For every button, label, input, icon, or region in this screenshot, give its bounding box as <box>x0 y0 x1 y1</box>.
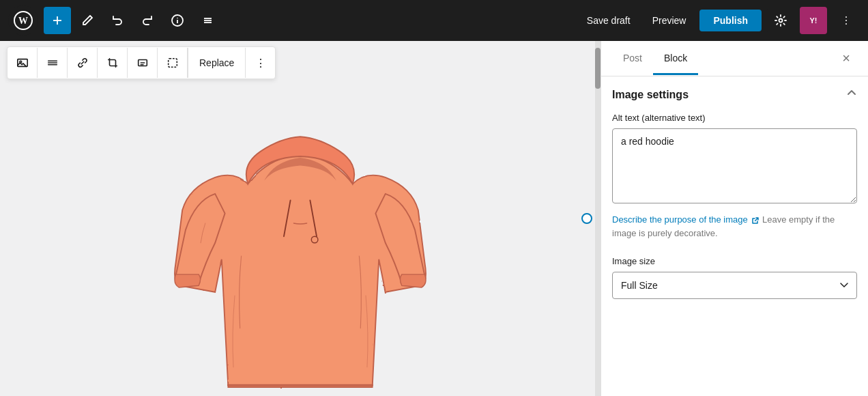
alt-text-input[interactable]: a red hoodie <box>612 128 857 203</box>
image-canvas <box>0 92 601 396</box>
plus-icon <box>50 14 64 27</box>
svg-text:W: W <box>18 16 28 26</box>
image-size-select[interactable]: Thumbnail Medium Large Full Size <box>612 272 857 299</box>
more-image-options-button[interactable]: ⋮ <box>245 48 275 78</box>
select-icon <box>167 57 179 69</box>
link-button[interactable] <box>68 48 98 78</box>
svg-point-11 <box>845 16 847 18</box>
redo-icon <box>141 14 154 27</box>
sidebar: Post Block × Image settings Alt text (al… <box>601 41 868 396</box>
align-button[interactable] <box>38 48 68 78</box>
svg-point-13 <box>845 23 847 25</box>
crop-button[interactable] <box>98 48 128 78</box>
hoodie-image <box>157 92 444 396</box>
info-button[interactable] <box>164 7 191 34</box>
sidebar-content: Image settings Alt text (alternative tex… <box>601 76 868 396</box>
chevron-up-icon <box>846 87 857 98</box>
image-size-section: Image size Thumbnail Medium Large Full S… <box>612 256 857 299</box>
crop-icon <box>106 57 119 69</box>
image-size-label: Image size <box>612 256 857 266</box>
replace-button[interactable]: Replace <box>188 48 245 78</box>
svg-point-12 <box>845 20 847 21</box>
align-icon <box>46 57 59 69</box>
scrollbar-thumb[interactable] <box>595 48 601 89</box>
wp-logo-icon: W <box>14 11 33 30</box>
sidebar-tabs: Post Block × <box>601 41 868 76</box>
list-icon <box>201 14 214 27</box>
redo-button[interactable] <box>134 7 161 34</box>
editor-scrollbar[interactable] <box>595 41 601 396</box>
image-settings-title: Image settings <box>612 89 689 101</box>
text-icon <box>136 57 149 69</box>
info-icon <box>171 14 184 27</box>
preview-button[interactable]: Preview <box>644 11 695 30</box>
alt-text-help-link[interactable]: Describe the purpose of the image <box>612 214 748 225</box>
alt-text-help: Describe the purpose of the image Leave … <box>612 213 857 240</box>
settings-button[interactable] <box>767 7 794 34</box>
text-overlay-button[interactable] <box>128 48 158 78</box>
tab-post[interactable]: Post <box>612 43 653 75</box>
gear-icon <box>774 14 787 27</box>
pencil-icon <box>81 14 94 27</box>
image-settings-section-header: Image settings <box>612 87 857 102</box>
image-icon-button[interactable] <box>8 48 38 78</box>
select-button[interactable] <box>158 48 188 78</box>
main-area: Replace ⋮ <box>0 41 868 396</box>
link-icon <box>76 57 89 69</box>
image-resize-handle[interactable] <box>581 213 592 224</box>
list-view-button[interactable] <box>194 7 221 34</box>
yoast-plugin-badge[interactable]: Y! <box>800 7 827 34</box>
edit-button[interactable] <box>74 7 101 34</box>
svg-point-6 <box>177 18 178 19</box>
svg-rect-22 <box>168 59 177 68</box>
image-settings-toggle[interactable] <box>846 87 857 102</box>
more-options-button[interactable] <box>833 7 860 34</box>
publish-button[interactable]: Publish <box>699 10 762 31</box>
undo-button[interactable] <box>104 7 131 34</box>
sidebar-close-button[interactable]: × <box>835 48 857 70</box>
svg-point-10 <box>779 19 783 23</box>
add-block-button[interactable] <box>44 7 71 34</box>
image-icon <box>16 57 29 69</box>
wp-logo[interactable]: W <box>8 5 38 36</box>
svg-rect-14 <box>17 59 27 67</box>
ellipsis-vertical-icon <box>839 14 853 27</box>
toolbar-right: Save draft Preview Publish Y! <box>579 7 860 34</box>
external-link-icon <box>751 216 760 225</box>
editor-area: Replace ⋮ <box>0 41 601 396</box>
tab-block[interactable]: Block <box>653 43 698 75</box>
alt-text-label: Alt text (alternative text) <box>612 113 857 123</box>
top-toolbar: W <box>0 0 868 41</box>
undo-icon <box>111 14 124 27</box>
image-toolbar: Replace ⋮ <box>7 46 276 79</box>
save-draft-button[interactable]: Save draft <box>579 11 639 30</box>
